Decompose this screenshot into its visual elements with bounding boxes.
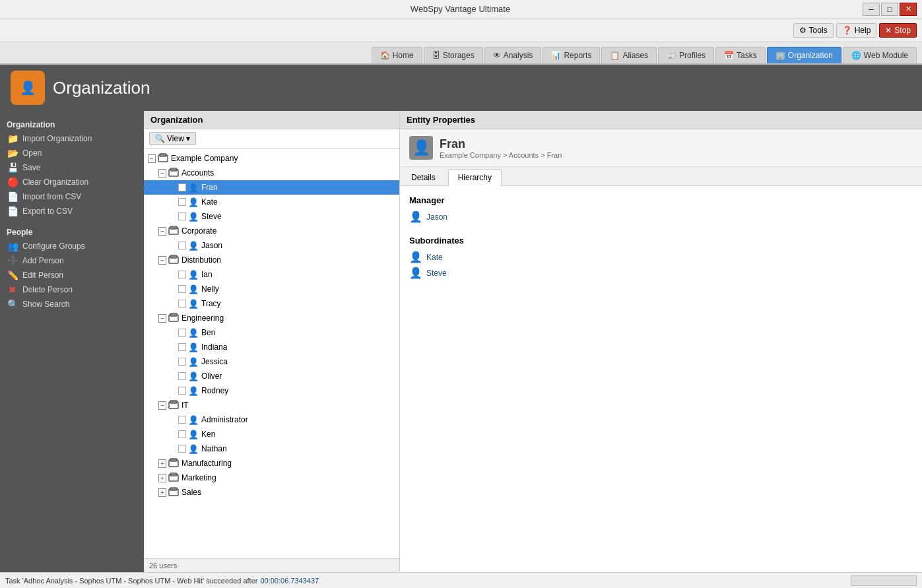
- help-button[interactable]: ❓ Help: [836, 23, 877, 38]
- tree-item-ben[interactable]: 👤 Ben: [144, 325, 399, 340]
- sidebar-item-edit-person[interactable]: ✏️ Edit Person: [0, 268, 144, 282]
- window-title: WebSpy Vantage Ultimate: [58, 4, 863, 14]
- entity-tabs: Details Hierarchy: [400, 167, 922, 186]
- manager-link[interactable]: Jason: [426, 212, 447, 222]
- webmodule-icon: 🌐: [851, 51, 861, 60]
- tree-item-engineering[interactable]: Engineering: [144, 311, 399, 325]
- sidebar-item-import-org[interactable]: 📁 Import Organization: [0, 131, 144, 146]
- tab-analysis[interactable]: 👁 Analysis: [484, 47, 542, 63]
- person-icon-ian: 👤: [187, 269, 199, 280]
- checkbox-jason[interactable]: [178, 242, 186, 249]
- expand-sales[interactable]: [157, 487, 168, 498]
- checkbox-nathan[interactable]: [178, 445, 186, 453]
- tab-profiles-label: Profiles: [679, 51, 706, 60]
- tree-item-fran[interactable]: 👤 Fran: [144, 180, 399, 195]
- expand-accounts[interactable]: [157, 168, 168, 178]
- tab-details[interactable]: Details: [401, 169, 445, 185]
- tab-tasks[interactable]: 📅 Tasks: [715, 47, 766, 63]
- stop-button[interactable]: ✕ Stop: [879, 23, 917, 38]
- tree-label-tracy: Tracy: [201, 299, 221, 308]
- checkbox-rodney[interactable]: [178, 387, 186, 395]
- expand-distribution[interactable]: [157, 255, 168, 265]
- close-button[interactable]: ✕: [900, 3, 917, 16]
- checkbox-ken[interactable]: [178, 430, 186, 438]
- expand-it[interactable]: [157, 400, 168, 410]
- sidebar-item-save[interactable]: 💾 Save: [0, 160, 144, 175]
- maximize-button[interactable]: □: [881, 3, 898, 16]
- tree-item-accounts[interactable]: Accounts: [144, 166, 399, 180]
- checkbox-tracy[interactable]: [178, 300, 186, 308]
- expand-marketing[interactable]: [157, 473, 168, 483]
- tree-item-nelly[interactable]: 👤 Nelly: [144, 282, 399, 296]
- tab-webmodule[interactable]: 🌐 Web Module: [843, 47, 917, 63]
- tree-item-oliver[interactable]: 👤 Oliver: [144, 369, 399, 383]
- checkbox-ben[interactable]: [178, 329, 186, 337]
- tools-button[interactable]: ⚙ Tools: [793, 23, 834, 38]
- tab-profiles[interactable]: 📰 Profiles: [658, 47, 714, 63]
- tree-item-nathan[interactable]: 👤 Nathan: [144, 441, 399, 456]
- tree-item-distribution[interactable]: Distribution: [144, 253, 399, 267]
- tree-item-ken[interactable]: 👤 Ken: [144, 427, 399, 441]
- checkbox-steve[interactable]: [178, 212, 186, 220]
- tree-item-jessica[interactable]: 👤 Jessica: [144, 354, 399, 369]
- status-scrollbar[interactable]: [851, 575, 917, 586]
- tab-organization[interactable]: 🏢 Organization: [767, 47, 841, 63]
- expand-manufacturing[interactable]: [157, 458, 168, 469]
- tree-item-manufacturing[interactable]: Manufacturing: [144, 456, 399, 471]
- tab-storages[interactable]: 🗄 Storages: [424, 47, 483, 63]
- tab-aliases[interactable]: 📋 Aliases: [601, 47, 657, 63]
- tree-item-sales[interactable]: Sales: [144, 485, 399, 500]
- tree-item-root[interactable]: Example Company: [144, 151, 399, 166]
- sidebar-item-show-search[interactable]: 🔍 Show Search: [0, 297, 144, 311]
- sidebar-item-clear-org[interactable]: 🔴 Clear Organization: [0, 175, 144, 189]
- expand-corporate[interactable]: [157, 226, 168, 236]
- sidebar-item-open[interactable]: 📂 Open: [0, 146, 144, 160]
- sidebar-item-delete-person[interactable]: ✖ Delete Person: [0, 282, 144, 297]
- main-area: Organization 📁 Import Organization 📂 Ope…: [0, 111, 922, 572]
- subordinate-kate-link[interactable]: Kate: [426, 253, 443, 262]
- tree-item-tracy[interactable]: 👤 Tracy: [144, 296, 399, 311]
- checkbox-oliver[interactable]: [178, 372, 186, 380]
- subordinate-kate: 👤 Kate: [409, 249, 913, 265]
- sidebar-item-export-csv[interactable]: 📄 Export to CSV: [0, 204, 144, 218]
- tree-item-indiana[interactable]: 👤 Indiana: [144, 340, 399, 354]
- checkbox-ian[interactable]: [178, 271, 186, 278]
- checkbox-jessica[interactable]: [178, 358, 186, 366]
- checkbox-administrator[interactable]: [178, 416, 186, 424]
- tools-icon: ⚙: [799, 26, 807, 35]
- tree-item-marketing[interactable]: Marketing: [144, 471, 399, 485]
- subordinate-kate-icon: 👤: [409, 251, 422, 264]
- tab-home[interactable]: 🏠 Home: [372, 47, 422, 63]
- checkbox-kate[interactable]: [178, 198, 186, 206]
- tree-item-rodney[interactable]: 👤 Rodney: [144, 383, 399, 398]
- view-button[interactable]: 🔍 View ▾: [149, 132, 196, 145]
- tree-item-ian[interactable]: 👤 Ian: [144, 267, 399, 282]
- profiles-icon: 📰: [667, 51, 676, 60]
- checkbox-indiana[interactable]: [178, 343, 186, 351]
- sidebar-item-add-person-label: Add Person: [22, 256, 64, 265]
- tree-item-kate[interactable]: 👤 Kate: [144, 195, 399, 209]
- expand-engineering[interactable]: [157, 313, 168, 323]
- expand-root[interactable]: [147, 153, 157, 164]
- sidebar-item-configure-groups[interactable]: 👥 Configure Groups: [0, 239, 144, 253]
- import-csv-icon: 📄: [7, 191, 18, 202]
- tree-item-administrator[interactable]: 👤 Administrator: [144, 412, 399, 427]
- app-title: Organization: [53, 78, 150, 98]
- app-header: 👤 Organization: [0, 65, 922, 111]
- checkbox-nelly[interactable]: [178, 285, 186, 293]
- tree-item-steve[interactable]: 👤 Steve: [144, 209, 399, 224]
- sidebar-item-import-csv[interactable]: 📄 Import from CSV: [0, 189, 144, 204]
- tab-reports[interactable]: 📊 Reports: [543, 47, 600, 63]
- tab-hierarchy[interactable]: Hierarchy: [448, 169, 502, 186]
- minimize-button[interactable]: ─: [863, 3, 880, 16]
- subordinate-steve-link[interactable]: Steve: [426, 269, 447, 278]
- tree-item-corporate[interactable]: Corporate: [144, 224, 399, 238]
- sidebar-item-add-person[interactable]: ➕ Add Person: [0, 253, 144, 268]
- status-task-time[interactable]: 00:00:06.7343437: [260, 577, 319, 585]
- tree-item-it[interactable]: IT: [144, 398, 399, 412]
- checkbox-fran[interactable]: [178, 183, 186, 191]
- entity-person-info: Fran Example Company > Accounts > Fran: [440, 137, 562, 159]
- tree-item-jason[interactable]: 👤 Jason: [144, 238, 399, 253]
- view-icon: 🔍: [155, 134, 165, 143]
- top-toolbar: ⚙ Tools ❓ Help ✕ Stop: [0, 18, 922, 42]
